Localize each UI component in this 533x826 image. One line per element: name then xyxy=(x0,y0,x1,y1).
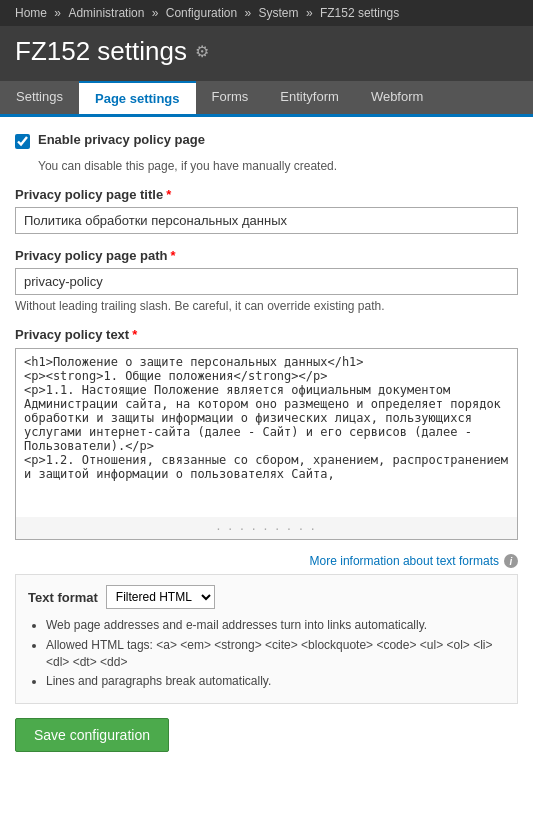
gear-icon[interactable]: ⚙ xyxy=(195,42,209,61)
breadcrumb: Home » Administration » Configuration » … xyxy=(0,0,533,26)
tab-settings[interactable]: Settings xyxy=(0,81,79,114)
breadcrumb-sep-2: » xyxy=(152,6,162,20)
tab-webform[interactable]: Webform xyxy=(355,81,440,114)
format-hint-3: Lines and paragraphs break automatically… xyxy=(46,673,505,690)
enable-privacy-checkbox[interactable] xyxy=(15,134,30,149)
privacy-title-group: Privacy policy page title* xyxy=(15,187,518,234)
enable-privacy-label: Enable privacy policy page xyxy=(38,132,205,147)
privacy-text-wrapper: · · · · · · · · · xyxy=(15,348,518,540)
page-title: FZ152 settings xyxy=(15,36,187,67)
text-format-row: Text format Filtered HTML Full HTML Plai… xyxy=(28,585,505,609)
text-format-label: Text format xyxy=(28,590,98,605)
privacy-text-group: Privacy policy text* · · · · · · · · · xyxy=(15,327,518,540)
breadcrumb-current: FZ152 settings xyxy=(320,6,399,20)
breadcrumb-home[interactable]: Home xyxy=(15,6,47,20)
breadcrumb-config[interactable]: Configuration xyxy=(166,6,237,20)
privacy-text-required: * xyxy=(132,327,137,342)
privacy-path-input[interactable] xyxy=(15,268,518,295)
privacy-title-input[interactable] xyxy=(15,207,518,234)
resize-handle[interactable]: · · · · · · · · · xyxy=(16,517,517,539)
tab-page-settings[interactable]: Page settings xyxy=(79,81,196,114)
privacy-text-textarea[interactable] xyxy=(16,349,517,514)
text-format-select[interactable]: Filtered HTML Full HTML Plain text xyxy=(106,585,215,609)
privacy-path-hint: Without leading trailing slash. Be caref… xyxy=(15,299,518,313)
main-content: Enable privacy policy page You can disab… xyxy=(0,117,533,767)
tabs-bar: Settings Page settings Forms Entityform … xyxy=(0,81,533,117)
tab-forms[interactable]: Forms xyxy=(196,81,265,114)
breadcrumb-system[interactable]: System xyxy=(259,6,299,20)
text-format-box: Text format Filtered HTML Full HTML Plai… xyxy=(15,574,518,704)
privacy-path-group: Privacy policy page path* Without leadin… xyxy=(15,248,518,313)
help-icon[interactable]: i xyxy=(504,554,518,568)
breadcrumb-admin[interactable]: Administration xyxy=(68,6,144,20)
page-title-bar: FZ152 settings ⚙ xyxy=(0,26,533,81)
save-button[interactable]: Save configuration xyxy=(15,718,169,752)
privacy-title-required: * xyxy=(166,187,171,202)
enable-privacy-desc: You can disable this page, if you have m… xyxy=(38,159,518,173)
format-hint-1: Web page addresses and e-mail addresses … xyxy=(46,617,505,634)
more-info-row: More information about text formats i xyxy=(15,554,518,568)
format-hints-list: Web page addresses and e-mail addresses … xyxy=(28,617,505,690)
tab-entityform[interactable]: Entityform xyxy=(264,81,355,114)
privacy-text-label: Privacy policy text* xyxy=(15,327,518,342)
privacy-path-label: Privacy policy page path* xyxy=(15,248,518,263)
enable-privacy-row: Enable privacy policy page xyxy=(15,132,518,149)
privacy-path-required: * xyxy=(170,248,175,263)
breadcrumb-sep-1: » xyxy=(54,6,64,20)
breadcrumb-sep-3: » xyxy=(245,6,255,20)
resize-dots: · · · · · · · · · xyxy=(216,520,316,536)
privacy-title-label: Privacy policy page title* xyxy=(15,187,518,202)
format-hint-2: Allowed HTML tags: <a> <em> <strong> <ci… xyxy=(46,637,505,671)
more-info-link[interactable]: More information about text formats xyxy=(310,554,499,568)
breadcrumb-sep-4: » xyxy=(306,6,316,20)
